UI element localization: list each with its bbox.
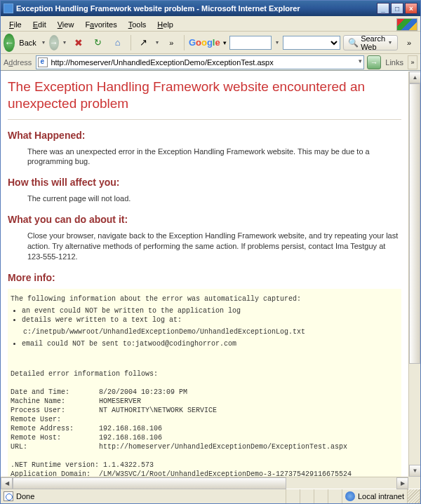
- moreinfo-logpath: c:/inetpub/wwwroot/UnhandledExceptionDem…: [23, 328, 305, 336]
- address-label: Address: [4, 58, 33, 67]
- moreinfo-detail-header: Detailed error information follows:: [11, 370, 158, 378]
- launch-dropdown-icon[interactable]: ▾: [154, 39, 160, 46]
- field-label: Process User:: [11, 407, 65, 414]
- links-overflow[interactable]: »: [408, 55, 417, 69]
- heading-action: What you can do about it:: [8, 214, 401, 225]
- resize-grip[interactable]: [408, 489, 420, 503]
- refresh-button[interactable]: ↻: [90, 34, 107, 51]
- field-label: Date and Time:: [11, 388, 69, 396]
- menu-favorites[interactable]: Favorites: [79, 19, 122, 30]
- text-affect: The current page will not load.: [27, 193, 401, 204]
- scroll-thumb-vertical[interactable]: [409, 83, 420, 364]
- scroll-corner: [408, 477, 420, 489]
- field-value: NT AUTHORITY\NETWORK SERVICE: [99, 407, 217, 414]
- toolbar: ← Back ▾ → ▾ ✖ ↻ ⌂ ↗ ▾ » Google ▾ ▾ 🔍 Se…: [1, 32, 420, 54]
- content-viewport: The Exception Handling Framework website…: [1, 71, 420, 489]
- page-title: The Exception Handling Framework website…: [8, 79, 401, 120]
- links-label[interactable]: Links: [384, 58, 405, 67]
- heading-more-info: More info:: [8, 272, 401, 283]
- windows-flag-icon: [396, 18, 417, 31]
- vertical-scrollbar[interactable]: ▲ ▼: [408, 71, 420, 477]
- maximize-button[interactable]: □: [391, 3, 403, 14]
- menu-tools[interactable]: Tools: [123, 19, 152, 30]
- google-search-input[interactable]: [229, 36, 272, 50]
- forward-dropdown-icon[interactable]: ▾: [62, 39, 67, 46]
- address-bar: Address http://homeserver/UnhandledExcep…: [1, 54, 420, 71]
- search-web-label: Search Web: [361, 34, 385, 51]
- menu-help[interactable]: Help: [152, 19, 179, 30]
- page-icon: [4, 491, 13, 501]
- page-content: The Exception Handling Framework website…: [1, 71, 408, 477]
- scroll-right-button[interactable]: ▶: [396, 477, 408, 489]
- back-button[interactable]: ←: [4, 34, 15, 52]
- back-label[interactable]: Back: [18, 39, 37, 47]
- google-input-dropdown-icon[interactable]: ▾: [274, 39, 280, 46]
- search-web-button[interactable]: 🔍 Search Web ▾: [343, 35, 398, 50]
- field-label: URL:: [11, 443, 27, 451]
- field-value: /LM/W3SVC/1/Root/UnhandledExceptionDemo-…: [99, 470, 352, 477]
- home-button[interactable]: ⌂: [109, 34, 126, 51]
- address-dropdown-icon[interactable]: ▾: [359, 57, 362, 64]
- minimize-button[interactable]: _: [377, 3, 389, 14]
- field-label: Remote User:: [11, 416, 61, 423]
- status-zone: Local intranet: [358, 492, 404, 500]
- menu-file[interactable]: File: [4, 19, 27, 30]
- text-what-happened: There was an unexpected error in the Exc…: [27, 147, 401, 168]
- scroll-down-button[interactable]: ▼: [409, 465, 421, 477]
- window-title: Exception Handling Framework website pro…: [16, 4, 377, 13]
- field-value: 192.168.168.106: [99, 434, 162, 442]
- field-value: 8/20/2004 10:23:09 PM: [99, 388, 187, 396]
- menu-edit[interactable]: Edit: [27, 19, 52, 30]
- window-titlebar: Exception Handling Framework website pro…: [1, 1, 420, 16]
- moreinfo-bullet: email could NOT be sent to:jatwood@codin…: [22, 339, 399, 348]
- moreinfo-bullet: an event could NOT be written to the app…: [22, 306, 399, 315]
- menubar: File Edit View Favorites Tools Help: [1, 16, 420, 32]
- search-icon: 🔍: [348, 38, 359, 48]
- close-button[interactable]: ×: [405, 3, 417, 14]
- field-value: 192.168.168.106: [99, 425, 162, 433]
- field-value: http://homeserver/UnhandledExceptionDemo…: [99, 443, 347, 451]
- zone-icon: [345, 491, 355, 501]
- launch-button[interactable]: ↗: [135, 34, 152, 51]
- scroll-left-button[interactable]: ◀: [1, 477, 13, 489]
- moreinfo-bullet: details were written to a text log at:: [22, 315, 399, 325]
- moreinfo-intro: The following information about the erro…: [11, 295, 301, 303]
- address-url: http://homeserver/UnhandledExceptionDemo…: [51, 58, 273, 67]
- forward-button[interactable]: →: [49, 35, 59, 50]
- status-text: Done: [16, 492, 34, 500]
- stop-button[interactable]: ✖: [70, 34, 87, 51]
- more-info-panel: The following information about the erro…: [8, 289, 401, 477]
- heading-affect: How this will affect you:: [8, 177, 401, 188]
- statusbar: Done Local intranet: [1, 489, 420, 503]
- google-scope-select[interactable]: [283, 36, 340, 50]
- google-brand-icon: Google: [189, 37, 220, 48]
- field-value: HOMESERVER: [99, 397, 141, 405]
- back-dropdown-icon[interactable]: ▾: [41, 39, 46, 46]
- scroll-thumb-horizontal[interactable]: [13, 477, 286, 489]
- context-button[interactable]: »: [163, 34, 180, 51]
- page-icon: [38, 57, 48, 67]
- ie-icon: [4, 4, 13, 13]
- field-value: 1.1.4322.573: [103, 461, 154, 469]
- field-label: Remote Host:: [11, 434, 61, 442]
- toolbar-overflow[interactable]: »: [401, 34, 417, 51]
- address-input[interactable]: http://homeserver/UnhandledExceptionDemo…: [36, 55, 364, 69]
- go-button[interactable]: →: [367, 55, 381, 69]
- menu-view[interactable]: View: [52, 19, 80, 30]
- heading-what-happened: What Happened:: [8, 130, 401, 141]
- scroll-up-button[interactable]: ▲: [409, 71, 421, 83]
- text-action: Close your browser, navigate back to the…: [27, 231, 401, 262]
- field-label: Remote Address:: [11, 425, 74, 433]
- field-label: Machine Name:: [11, 397, 65, 405]
- field-label: .NET Runtime version:: [11, 461, 99, 469]
- horizontal-scrollbar[interactable]: ◀ ▶: [1, 477, 408, 489]
- field-label: Application Domain:: [11, 470, 91, 477]
